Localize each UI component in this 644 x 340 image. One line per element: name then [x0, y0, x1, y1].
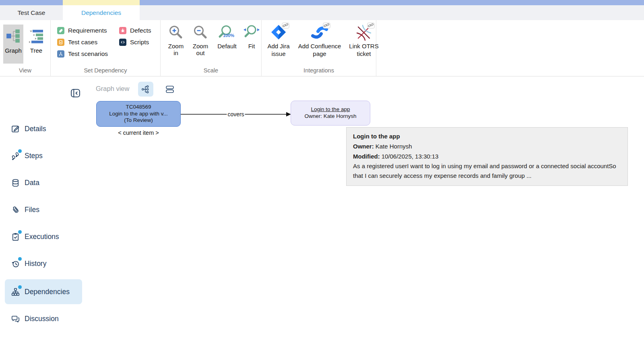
tooltip-modified-label: Modified:	[353, 153, 380, 160]
notification-dot	[18, 285, 22, 289]
test-case-icon	[57, 39, 64, 46]
tooltip-owner-label: Owner:	[353, 143, 374, 150]
add-test-case-button[interactable]: Test cases	[57, 39, 97, 46]
paperclip-icon	[11, 205, 20, 214]
footsteps-icon	[11, 151, 20, 161]
scale-group-label: Scale	[161, 67, 261, 74]
default-scale-icon: 100%	[218, 24, 236, 43]
requirement-icon	[57, 27, 64, 34]
add-requirement-button[interactable]: Requirements	[57, 27, 107, 34]
fit-scale-button[interactable]: Fit	[242, 24, 261, 56]
tree-view-button[interactable]: Tree	[26, 25, 47, 64]
graph-icon	[6, 28, 21, 43]
integrations-group-label: Integrations	[262, 67, 376, 74]
notification-dot	[18, 149, 22, 153]
zoom-out-icon	[191, 24, 210, 43]
test-scenario-icon	[57, 50, 64, 58]
add-confluence-page-button[interactable]: Add Confluence page	[297, 23, 342, 57]
collapse-panel-button[interactable]	[70, 88, 81, 99]
confluence-icon	[310, 23, 329, 42]
dependencies-tree-icon	[11, 287, 20, 297]
link-otrs-ticket-button[interactable]: Link OTRS ticket	[348, 23, 380, 57]
current-item-marker: < current item >	[96, 130, 181, 136]
graph-view-label: Graph view	[96, 85, 129, 93]
database-icon	[11, 178, 20, 188]
tab-test-case[interactable]: Test Case	[0, 5, 63, 20]
graph-node-current-test-case[interactable]: TC048569 Login to the app with v... (To …	[96, 101, 181, 127]
edit-icon	[11, 124, 20, 134]
sidebar-item-files[interactable]: Files	[5, 197, 82, 222]
sidebar-item-data[interactable]: Data	[5, 170, 82, 195]
ribbon-group-scale: Zoom in Zoom out	[161, 20, 262, 76]
svg-text:100%: 100%	[223, 33, 234, 38]
link-badge-icon	[323, 23, 330, 29]
notification-dot	[18, 230, 22, 234]
default-scale-button[interactable]: 100% Default	[215, 24, 239, 56]
tab-dependencies[interactable]: Dependencies	[63, 5, 140, 20]
fit-scale-icon	[242, 24, 261, 43]
jira-icon	[269, 23, 288, 42]
node-title-link[interactable]: Login to the app	[291, 106, 370, 113]
tooltip-modified-value: 10/06/2025, 13:30:13	[382, 153, 439, 160]
sidebar-item-steps[interactable]: Steps	[5, 143, 82, 168]
history-clock-icon	[11, 259, 20, 268]
ribbon-group-set-dependency: Requirements Test cases Test scenarios	[51, 20, 161, 76]
tooltip-description: As a registered userI want to log in usi…	[353, 161, 621, 181]
graph-node-requirement[interactable]: Login to the app Owner: Kate Hornysh	[291, 101, 370, 126]
set-dependency-group-label: Set Dependency	[51, 67, 160, 74]
add-jira-issue-button[interactable]: Add Jira issue	[266, 23, 291, 57]
graph-layout-icon	[141, 84, 151, 94]
chat-bubbles-icon	[11, 314, 20, 324]
zoom-in-button[interactable]: Zoom in	[165, 24, 186, 56]
defect-icon	[119, 27, 126, 34]
node-owner: Owner: Kate Hornysh	[291, 113, 370, 120]
edge-label: covers	[227, 111, 245, 118]
tree-button-label: Tree	[30, 47, 42, 54]
node-status: (To Review)	[97, 117, 180, 124]
sidebar-item-discussion[interactable]: Discussion	[5, 306, 82, 331]
list-layout-toggle[interactable]	[163, 84, 177, 95]
node-tooltip: Login to the app Owner:Kate Hornysh Modi…	[346, 127, 628, 186]
graph-layout-toggle[interactable]	[138, 82, 153, 97]
tooltip-title: Login to the app	[353, 133, 400, 140]
ribbon-group-view: Graph Tree View	[0, 20, 51, 76]
ribbon-group-integrations: Add Jira issue	[262, 20, 376, 76]
view-group-label: View	[0, 67, 50, 74]
add-test-scenario-button[interactable]: Test scenarios	[57, 50, 108, 58]
list-layout-icon	[165, 84, 175, 94]
graph-view-button[interactable]: Graph	[3, 25, 23, 64]
tree-icon	[28, 28, 44, 43]
tooltip-owner-value: Kate Hornysh	[376, 143, 412, 150]
sidebar-item-executions[interactable]: Executions	[5, 224, 82, 249]
zoom-in-icon	[167, 24, 185, 43]
notification-dot	[18, 257, 22, 261]
dependency-edge: covers	[181, 111, 291, 118]
add-defect-button[interactable]: Defects	[119, 27, 151, 34]
ribbon-tab-row: Test Case Dependencies	[0, 5, 644, 20]
sidebar-item-history[interactable]: History	[5, 251, 82, 276]
sidebar-item-dependencies[interactable]: Dependencies	[5, 279, 82, 304]
zoom-out-button[interactable]: Zoom out	[189, 24, 212, 56]
sidebar-item-details[interactable]: Details	[5, 116, 82, 141]
graph-button-label: Graph	[5, 47, 22, 54]
link-badge-icon	[282, 23, 289, 29]
node-id: TC048569	[97, 104, 180, 111]
active-tab-highlight	[63, 0, 140, 5]
link-badge-icon	[367, 23, 375, 29]
clipboard-check-icon	[11, 232, 20, 241]
add-script-button[interactable]: Scripts	[119, 39, 149, 46]
otrs-icon	[355, 23, 373, 42]
script-icon	[119, 39, 126, 46]
ribbon: Graph Tree View Requirement	[0, 20, 644, 76]
node-title: Login to the app with v...	[97, 111, 180, 117]
